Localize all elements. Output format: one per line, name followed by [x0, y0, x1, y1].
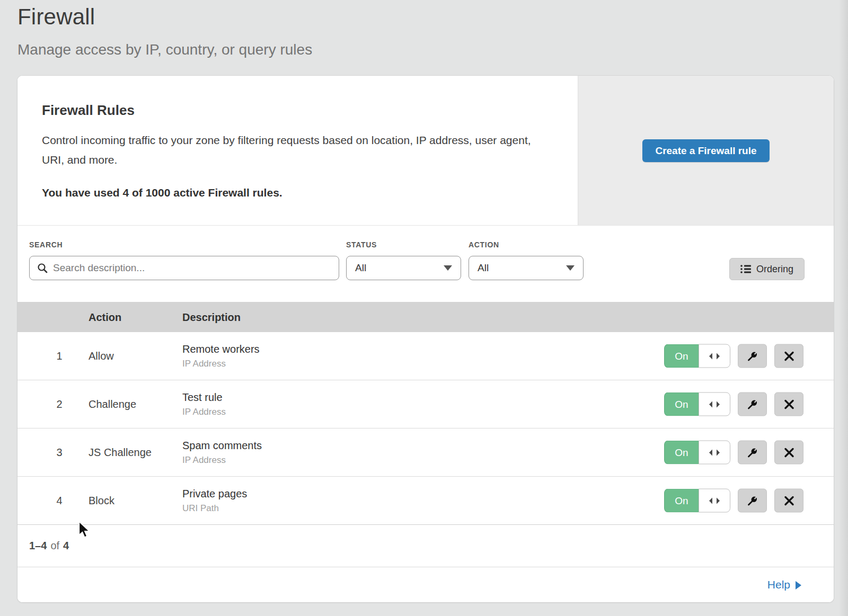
rule-description: Remote workers IP Address [182, 343, 260, 369]
create-rule-panel: Create a Firewall rule [578, 76, 834, 225]
rule-action: Challenge [89, 398, 136, 410]
pagination-total: 4 [63, 540, 69, 552]
status-select-value: All [355, 262, 444, 274]
action-select-value: All [478, 262, 566, 274]
toggle-on-state[interactable]: On [664, 344, 699, 368]
table-row: 3 JS Challenge Spam comments IP Address … [17, 428, 834, 477]
list-icon [740, 264, 751, 274]
right-edge-shade [838, 0, 848, 616]
rule-controls: On [664, 344, 803, 368]
delete-rule-button[interactable] [774, 392, 803, 416]
table-row: 1 Allow Remote workers IP Address On [17, 332, 834, 380]
rule-controls: On [664, 441, 803, 465]
firewall-rules-section: Firewall Rules Control incoming traffic … [17, 76, 834, 225]
rule-description: Spam comments IP Address [182, 440, 262, 466]
rule-toggle: On [664, 344, 730, 368]
delete-rule-button[interactable] [774, 344, 803, 368]
rules-usage-text: You have used 4 of 1000 active Firewall … [42, 186, 541, 199]
left-right-arrows-icon [709, 400, 720, 408]
firewall-rules-info: Firewall Rules Control incoming traffic … [17, 76, 578, 225]
search-input[interactable] [53, 262, 331, 274]
arrow-right-icon [796, 581, 801, 590]
rule-controls: On [664, 392, 803, 416]
firewall-page: { "page": { "title": "Firewall", "subtit… [0, 0, 848, 616]
edit-rule-button[interactable] [738, 441, 767, 465]
toggle-on-state[interactable]: On [664, 489, 699, 513]
pagination-of: of [50, 540, 59, 552]
create-firewall-rule-button[interactable]: Create a Firewall rule [642, 139, 769, 162]
toggle-handle[interactable] [699, 441, 730, 465]
filters-bar: SEARCH STATUS All ACTION All Ordering [17, 225, 834, 302]
page-header: Firewall Manage access by IP, country, o… [17, 4, 312, 58]
close-icon [783, 495, 795, 506]
column-header-action: Action [89, 311, 121, 323]
status-select[interactable]: All [346, 256, 461, 280]
close-icon [783, 350, 795, 362]
help-link[interactable]: Help [767, 578, 801, 591]
rule-action: Allow [89, 350, 114, 362]
column-header-description: Description [182, 311, 241, 323]
rule-action: JS Challenge [89, 447, 152, 459]
toggle-handle[interactable] [699, 344, 730, 368]
rule-match-type: IP Address [182, 359, 260, 369]
section-title: Firewall Rules [42, 102, 541, 119]
table-row: 2 Challenge Test rule IP Address On [17, 380, 834, 428]
close-icon [783, 398, 795, 410]
rule-description-name: Private pages [182, 488, 247, 500]
search-label: SEARCH [29, 240, 63, 249]
rule-match-type: IP Address [182, 455, 262, 466]
action-label: ACTION [469, 240, 499, 249]
toggle-on-state[interactable]: On [664, 441, 699, 465]
toggle-handle[interactable] [699, 392, 730, 416]
rule-match-type: URI Path [182, 503, 247, 514]
pagination: 1–4 of 4 [17, 525, 834, 567]
pagination-range: 1–4 [29, 540, 47, 552]
rule-description-name: Remote workers [182, 343, 260, 355]
page-title: Firewall [17, 4, 312, 30]
rule-description-name: Test rule [182, 391, 226, 404]
left-right-arrows-icon [709, 497, 720, 504]
table-row: 4 Block Private pages URI Path On [17, 477, 834, 525]
rule-toggle: On [664, 489, 730, 513]
delete-rule-button[interactable] [774, 489, 803, 513]
chevron-down-icon [566, 265, 575, 271]
edit-rule-button[interactable] [738, 489, 767, 513]
ordering-button[interactable]: Ordering [729, 258, 805, 280]
search-box [29, 256, 339, 280]
wrench-icon [746, 350, 759, 362]
edit-rule-button[interactable] [738, 344, 767, 368]
rule-match-type: IP Address [182, 407, 226, 417]
page-subtitle: Manage access by IP, country, or query r… [17, 41, 312, 58]
firewall-card: Firewall Rules Control incoming traffic … [17, 76, 834, 602]
delete-rule-button[interactable] [774, 441, 803, 465]
section-description: Control incoming traffic to your zone by… [42, 130, 541, 169]
table-header: Action Description [17, 302, 834, 332]
wrench-icon [746, 446, 759, 459]
edit-rule-button[interactable] [738, 392, 767, 416]
rule-controls: On [664, 489, 803, 513]
rule-description-name: Spam comments [182, 440, 262, 452]
rule-description: Private pages URI Path [182, 488, 247, 514]
wrench-icon [746, 398, 759, 410]
close-icon [783, 447, 795, 458]
toggle-on-state[interactable]: On [664, 392, 699, 416]
chevron-down-icon [444, 265, 452, 271]
status-label: STATUS [346, 240, 377, 249]
rule-action: Block [89, 495, 114, 507]
ordering-button-label: Ordering [756, 264, 793, 275]
action-select[interactable]: All [469, 256, 584, 280]
left-right-arrows-icon [709, 449, 720, 456]
search-icon [37, 263, 48, 273]
wrench-icon [746, 494, 759, 507]
toggle-handle[interactable] [699, 489, 730, 513]
help-link-label: Help [767, 578, 790, 591]
card-footer: Help [17, 567, 834, 602]
rule-description: Test rule IP Address [182, 391, 226, 417]
rule-toggle: On [664, 441, 730, 465]
left-right-arrows-icon [709, 352, 720, 360]
rule-toggle: On [664, 392, 730, 416]
